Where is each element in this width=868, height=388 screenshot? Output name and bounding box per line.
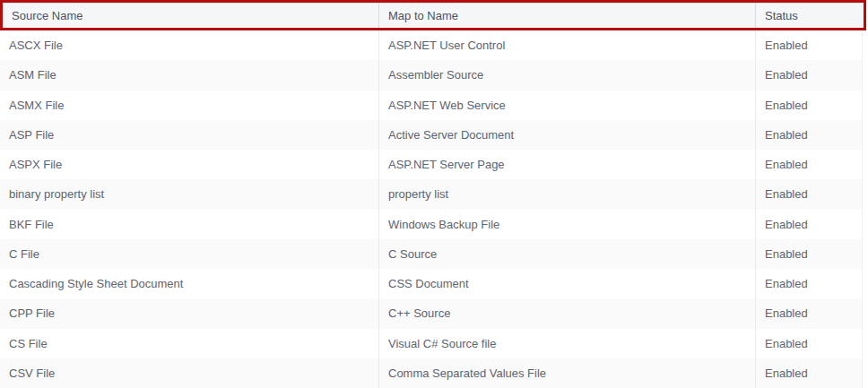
map-to-name-cell: Assembler Source [379, 60, 756, 90]
map-to-name-cell: Active Server Document [379, 120, 756, 150]
table-row[interactable]: ASP File Active Server Document Enabled [0, 120, 863, 150]
table-header-row-highlighted: Source Name Map to Name Status [0, 0, 866, 30]
status-cell: Enabled [756, 30, 863, 60]
table-row[interactable]: CS File Visual C# Source file Enabled [0, 329, 863, 358]
table-row[interactable]: ASCX File ASP.NET User Control Enabled [0, 30, 863, 60]
status-cell: Enabled [756, 298, 863, 328]
file-type-mapping-table: Source Name Map to Name Status ASCX File… [0, 0, 868, 388]
map-to-name-cell: C Source [379, 239, 756, 269]
map-to-name-cell: C++ Source [379, 298, 756, 328]
column-header-status[interactable]: Status [756, 3, 864, 28]
source-name-cell: CSV File [0, 358, 379, 388]
table-row[interactable]: ASM File Assembler Source Enabled [0, 60, 863, 90]
table-body: ASCX File ASP.NET User Control Enabled A… [0, 30, 863, 388]
map-to-name-cell: CSS Document [379, 269, 756, 298]
source-name-cell: Cascading Style Sheet Document [0, 269, 379, 298]
map-to-name-cell: Visual C# Source file [379, 329, 756, 358]
table-row[interactable]: Cascading Style Sheet Document CSS Docum… [0, 269, 863, 298]
status-cell: Enabled [756, 269, 863, 298]
status-cell: Enabled [756, 150, 863, 179]
map-to-name-cell: ASP.NET Server Page [379, 150, 756, 179]
status-cell: Enabled [756, 329, 863, 358]
source-name-cell: C File [0, 239, 379, 269]
map-to-name-cell: Comma Separated Values File [379, 358, 756, 388]
source-name-cell: CPP File [0, 298, 379, 328]
source-name-cell: BKF File [0, 210, 379, 239]
source-name-cell: CS File [0, 329, 379, 358]
map-to-name-cell: ASP.NET Web Service [379, 91, 756, 120]
table-row[interactable]: binary property list property list Enabl… [0, 179, 863, 209]
status-cell: Enabled [756, 91, 863, 120]
table-row[interactable]: C File C Source Enabled [0, 239, 863, 269]
column-header-map-to-name[interactable]: Map to Name [379, 3, 756, 28]
column-header-source-name[interactable]: Source Name [3, 3, 379, 28]
map-to-name-cell: ASP.NET User Control [379, 30, 756, 60]
status-cell: Enabled [756, 60, 863, 90]
table-row[interactable]: ASPX File ASP.NET Server Page Enabled [0, 150, 863, 179]
source-name-cell: ASMX File [0, 91, 379, 120]
map-to-name-cell: property list [379, 179, 756, 209]
source-name-cell: ASCX File [0, 30, 379, 60]
table-row[interactable]: ASMX File ASP.NET Web Service Enabled [0, 91, 863, 120]
status-cell: Enabled [756, 120, 863, 150]
source-name-cell: ASP File [0, 120, 379, 150]
status-cell: Enabled [756, 179, 863, 209]
source-name-cell: ASPX File [0, 150, 379, 179]
status-cell: Enabled [756, 239, 863, 269]
table-row[interactable]: CPP File C++ Source Enabled [0, 298, 863, 328]
source-name-cell: ASM File [0, 60, 379, 90]
status-cell: Enabled [756, 358, 863, 388]
status-cell: Enabled [756, 210, 863, 239]
table-row[interactable]: CSV File Comma Separated Values File Ena… [0, 358, 863, 388]
map-to-name-cell: Windows Backup File [379, 210, 756, 239]
source-name-cell: binary property list [0, 179, 379, 209]
table-row[interactable]: BKF File Windows Backup File Enabled [0, 210, 863, 239]
